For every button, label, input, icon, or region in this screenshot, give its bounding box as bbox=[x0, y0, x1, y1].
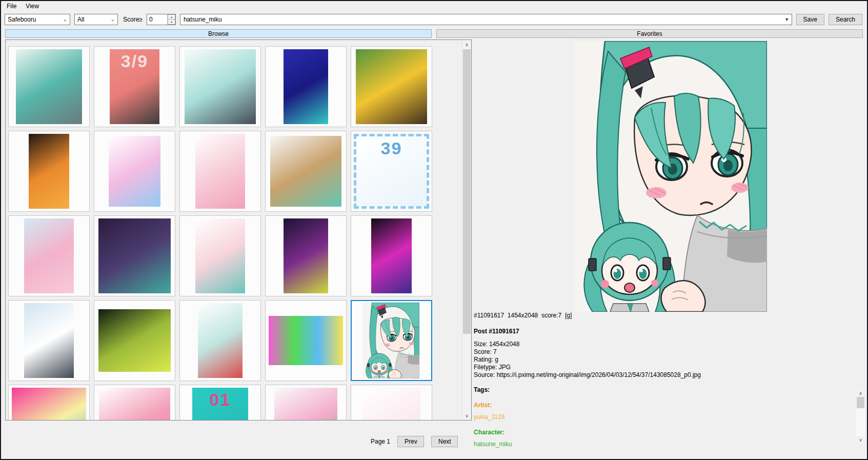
menu-bar: File View bbox=[1, 1, 867, 11]
tag-search-combobox: ▼ bbox=[180, 14, 792, 25]
prev-button[interactable]: Prev bbox=[397, 436, 424, 447]
thumbnail-image bbox=[109, 136, 160, 206]
spinner-down-icon[interactable]: ▾ bbox=[168, 19, 175, 25]
thumbnail[interactable] bbox=[94, 300, 175, 381]
next-button[interactable]: Next bbox=[431, 436, 458, 447]
tags-scrollbar[interactable]: ∧ ∨ bbox=[856, 389, 865, 444]
spinner-up-icon[interactable]: ▴ bbox=[168, 14, 175, 19]
grid-scrollbar-thumb[interactable] bbox=[463, 49, 471, 334]
thumbnail[interactable] bbox=[351, 46, 432, 127]
thumbnail[interactable] bbox=[179, 300, 261, 381]
thumbnail-image bbox=[99, 388, 170, 420]
post-details: #11091617 1454x2048 score:7 [g] Post #11… bbox=[474, 312, 861, 448]
pagination: Page 1 Prev Next bbox=[5, 435, 465, 448]
thumbnail-image bbox=[16, 49, 82, 125]
thumbnail-text: 3/9 bbox=[110, 51, 159, 71]
save-button[interactable]: Save bbox=[796, 14, 824, 25]
thumbnail[interactable] bbox=[8, 300, 90, 381]
thumbnail-text: 01 bbox=[192, 390, 249, 410]
scroll-up-icon[interactable]: ∧ bbox=[462, 41, 471, 48]
thumbnail[interactable] bbox=[8, 131, 90, 212]
thumbnail[interactable] bbox=[351, 385, 432, 420]
tag-search-input[interactable] bbox=[180, 15, 782, 24]
preview-image bbox=[574, 41, 767, 312]
tag-link[interactable]: hatsune_miku bbox=[474, 441, 861, 448]
thumbnail-image bbox=[195, 218, 245, 294]
thumbnail-image bbox=[274, 388, 337, 420]
thumbnail-image bbox=[371, 218, 412, 294]
thumbnail-image bbox=[24, 303, 74, 378]
chevron-down-icon: ⌄ bbox=[60, 16, 67, 22]
scroll-up-icon[interactable]: ∧ bbox=[856, 389, 865, 397]
post-summary: #11091617 1454x2048 score:7 [g] bbox=[474, 312, 861, 319]
score-input[interactable] bbox=[147, 14, 167, 25]
tags-label: Tags: bbox=[474, 386, 861, 394]
rating-select[interactable]: All ⌄ bbox=[74, 14, 118, 25]
tag-link[interactable]: yukia_1128 bbox=[474, 413, 861, 421]
thumbnail-panel: 3/93901 ∧ ∨ bbox=[5, 39, 472, 421]
menu-view[interactable]: View bbox=[21, 2, 44, 11]
thumbnail-image bbox=[363, 303, 419, 378]
chevron-down-icon: ⌄ bbox=[108, 16, 115, 22]
post-field: Filetype: JPG bbox=[474, 364, 861, 371]
thumbnail-text: 39 bbox=[356, 138, 427, 158]
toolbar: Safebooru ⌄ All ⌄ Score≥ ▴ ▾ ▼ Save Sear… bbox=[1, 11, 867, 28]
source-select[interactable]: Safebooru ⌄ bbox=[5, 14, 70, 25]
thumbnail-image bbox=[98, 218, 171, 294]
thumbnail[interactable] bbox=[179, 131, 261, 212]
search-button[interactable]: Search bbox=[829, 14, 862, 25]
thumbnail-image bbox=[362, 388, 420, 420]
thumbnail[interactable] bbox=[94, 215, 175, 296]
thumbnail-image bbox=[284, 49, 329, 125]
source-select-value: Safebooru bbox=[8, 16, 36, 23]
combo-dropdown-icon[interactable]: ▼ bbox=[782, 17, 792, 22]
thumbnail-image: 3/9 bbox=[110, 49, 159, 125]
rating-select-value: All bbox=[77, 16, 84, 23]
thumbnail[interactable]: 39 bbox=[351, 131, 432, 212]
thumbnail-grid: 3/93901 bbox=[8, 46, 449, 420]
tab-browse[interactable]: Browse bbox=[5, 29, 432, 38]
thumbnail[interactable] bbox=[265, 385, 347, 420]
app-window: File View Safebooru ⌄ All ⌄ Score≥ ▴ ▾ ▼… bbox=[0, 0, 868, 460]
post-field: Score: 7 bbox=[474, 348, 861, 356]
thumbnail-image bbox=[29, 134, 69, 209]
post-field: Rating: g bbox=[474, 356, 861, 364]
grid-scrollbar[interactable]: ∧ ∨ bbox=[462, 41, 471, 419]
thumbnail[interactable]: 3/9 bbox=[94, 46, 175, 127]
thumbnail-image bbox=[24, 218, 74, 294]
thumbnail-image bbox=[269, 316, 342, 366]
menu-file[interactable]: File bbox=[2, 2, 21, 11]
thumbnail-image bbox=[270, 136, 341, 206]
tags-scrollbar-thumb[interactable] bbox=[857, 397, 864, 408]
thumbnail[interactable]: 01 bbox=[179, 385, 261, 420]
tag-group-label: Artist: bbox=[474, 402, 861, 409]
score-label: Score≥ bbox=[122, 16, 143, 23]
tab-favorites[interactable]: Favorites bbox=[436, 29, 863, 38]
thumbnail-image bbox=[198, 303, 243, 378]
thumbnail[interactable] bbox=[8, 46, 90, 127]
thumbnail[interactable] bbox=[94, 385, 175, 420]
thumbnail[interactable] bbox=[94, 131, 175, 212]
thumbnail-image bbox=[356, 49, 427, 125]
post-field: Source: https://i.pximg.net/img-original… bbox=[474, 371, 861, 379]
thumbnail[interactable] bbox=[8, 215, 90, 296]
thumbnail[interactable] bbox=[265, 131, 347, 212]
thumbnail[interactable] bbox=[179, 215, 261, 296]
tag-groups: Artist:yukia_1128Character:hatsune_miku bbox=[474, 402, 861, 448]
thumbnail-image bbox=[284, 218, 329, 294]
thumbnail[interactable] bbox=[351, 215, 432, 296]
scroll-down-icon[interactable]: ∨ bbox=[462, 412, 471, 419]
thumbnail-image bbox=[98, 309, 171, 372]
tab-row: Browse Favorites bbox=[5, 29, 863, 38]
thumbnail[interactable] bbox=[351, 300, 432, 381]
thumbnail-image bbox=[12, 388, 86, 420]
thumbnail[interactable] bbox=[8, 385, 90, 420]
thumbnail[interactable] bbox=[179, 46, 261, 127]
post-fields: Size: 1454x2048Score: 7Rating: gFiletype… bbox=[474, 341, 861, 379]
scroll-down-icon[interactable]: ∨ bbox=[856, 436, 865, 444]
page-label: Page 1 bbox=[371, 438, 390, 445]
thumbnail[interactable] bbox=[265, 300, 347, 381]
post-title: Post #11091617 bbox=[474, 328, 861, 335]
thumbnail[interactable] bbox=[265, 46, 347, 127]
thumbnail[interactable] bbox=[265, 215, 347, 296]
